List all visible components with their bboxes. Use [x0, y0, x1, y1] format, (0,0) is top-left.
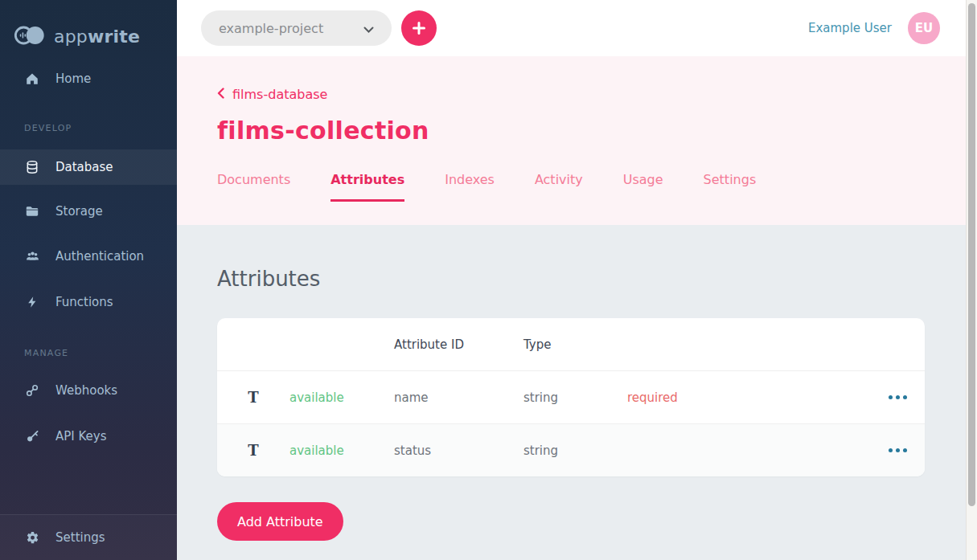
users-icon: [24, 248, 40, 264]
table-row: T available name string required: [217, 370, 925, 423]
topbar-right: Example User EU: [808, 12, 940, 44]
page-title: films-collection: [217, 116, 966, 145]
appwrite-logo-icon: [13, 23, 47, 51]
sidebar: appwrite Home DEVELOP Database Storage: [0, 0, 177, 560]
avatar[interactable]: EU: [908, 12, 940, 44]
sidebar-item-label: Authentication: [55, 249, 144, 264]
tab-bar: Documents Attributes Indexes Activity Us…: [217, 172, 966, 202]
appwrite-logo[interactable]: appwrite: [0, 0, 177, 56]
lightning-icon: [24, 294, 40, 310]
sidebar-section-manage: MANAGE: [0, 348, 177, 358]
scrollbar-track[interactable]: [966, 0, 977, 560]
user-name-link[interactable]: Example User: [808, 21, 892, 35]
appwrite-logo-text: appwrite: [54, 27, 140, 47]
cell-attribute-id: status: [394, 444, 523, 458]
project-selector-value: example-project: [219, 21, 323, 36]
section-heading: Attributes: [217, 267, 925, 291]
table-row: T available status string: [217, 423, 925, 476]
topbar: example-project Example User EU: [177, 0, 966, 56]
sidebar-item-home[interactable]: Home: [0, 63, 177, 95]
link-icon: [24, 382, 40, 399]
breadcrumb[interactable]: films-database: [217, 56, 327, 102]
sidebar-item-label: Database: [55, 160, 113, 174]
ellipsis-menu-icon[interactable]: [862, 448, 925, 452]
folder-icon: [24, 203, 40, 219]
sidebar-item-authentication[interactable]: Authentication: [0, 240, 177, 272]
sidebar-item-settings[interactable]: Settings: [0, 521, 177, 554]
sidebar-item-label: Functions: [55, 295, 113, 309]
status-badge: available: [289, 444, 394, 458]
tab-indexes[interactable]: Indexes: [445, 172, 495, 202]
sidebar-item-label: Settings: [55, 530, 105, 545]
cell-type: string: [523, 390, 627, 405]
sidebar-section-develop: DEVELOP: [0, 123, 177, 133]
status-badge: available: [289, 390, 394, 405]
gear-icon: [24, 529, 40, 546]
tab-documents[interactable]: Documents: [217, 172, 290, 202]
sidebar-item-label: API Keys: [55, 429, 107, 444]
attributes-table: Attribute ID Type T available name strin…: [217, 318, 925, 476]
add-project-button[interactable]: [401, 10, 437, 46]
sidebar-item-api-keys[interactable]: API Keys: [0, 420, 177, 452]
column-header-type: Type: [523, 337, 627, 352]
chevron-left-icon: [217, 87, 224, 102]
scrollbar-thumb[interactable]: [968, 3, 975, 506]
cell-attribute-id: name: [394, 390, 523, 405]
sidebar-item-label: Webhooks: [55, 383, 117, 398]
chevron-down-icon: [363, 21, 374, 36]
project-selector[interactable]: example-project: [201, 10, 392, 46]
breadcrumb-label: films-database: [232, 87, 327, 102]
sidebar-item-functions[interactable]: Functions: [0, 286, 177, 318]
cell-type: string: [523, 444, 627, 458]
sidebar-item-database[interactable]: Database: [0, 149, 177, 185]
column-header-attribute-id: Attribute ID: [394, 337, 523, 352]
database-icon: [24, 159, 40, 175]
page-header: films-database films-collection Document…: [177, 56, 966, 225]
tab-usage[interactable]: Usage: [623, 172, 663, 202]
text-attribute-icon: T: [217, 389, 289, 406]
add-attribute-button[interactable]: Add Attribute: [217, 502, 343, 541]
home-icon: [24, 71, 40, 87]
tab-activity[interactable]: Activity: [535, 172, 583, 202]
ellipsis-menu-icon[interactable]: [862, 395, 925, 399]
key-icon: [24, 428, 40, 444]
main-area: example-project Example User EU films-da…: [177, 0, 966, 560]
required-flag: required: [627, 390, 862, 405]
sidebar-item-storage[interactable]: Storage: [0, 195, 177, 227]
text-attribute-icon: T: [217, 442, 289, 459]
sidebar-item-webhooks[interactable]: Webhooks: [0, 374, 177, 407]
sidebar-item-label: Storage: [55, 204, 103, 219]
sidebar-footer: Settings: [0, 514, 177, 560]
sidebar-item-label: Home: [55, 72, 91, 86]
table-header-row: Attribute ID Type: [217, 318, 925, 370]
tab-settings[interactable]: Settings: [704, 172, 757, 202]
content-area: Attributes Attribute ID Type T available…: [177, 267, 966, 541]
tab-attributes[interactable]: Attributes: [330, 172, 404, 202]
